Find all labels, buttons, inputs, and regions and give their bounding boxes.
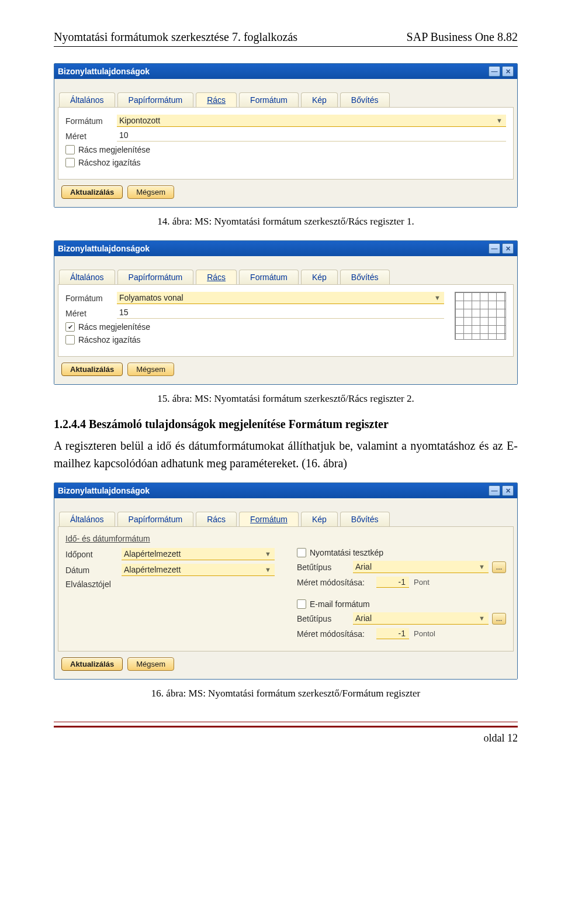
tab-general[interactable]: Általános	[59, 512, 115, 526]
subsection-title: Idő- és dátumformátum	[65, 534, 506, 543]
close-icon[interactable]: ✕	[502, 243, 514, 254]
cancel-button[interactable]: Mégsem	[127, 363, 174, 376]
label-date: Dátum	[65, 566, 122, 575]
label-font: Betűtípus	[297, 563, 353, 572]
tab-general[interactable]: Általános	[59, 92, 115, 107]
tab-format[interactable]: Formátum	[239, 270, 299, 284]
header-right: SAP Business One 8.82	[407, 30, 518, 44]
dialog-title: Bizonylattulajdonságok	[58, 244, 150, 253]
checkbox-show-grid[interactable]: ✔	[65, 322, 75, 332]
font-email-more-button[interactable]: …	[492, 613, 506, 625]
tab-grid[interactable]: Rács	[196, 270, 237, 284]
label-size-mod: Méret módosítása:	[297, 578, 373, 587]
label-size: Méret	[65, 132, 117, 141]
format-dropdown[interactable]: Folyamatos vonal ▼	[117, 292, 444, 304]
label-size: Méret	[65, 309, 117, 318]
chevron-down-icon: ▼	[265, 566, 271, 573]
size-unit: Pont	[414, 578, 430, 587]
font-email-dropdown[interactable]: Arial ▼ …	[353, 612, 506, 625]
format-dropdown[interactable]: Kipontozott ▼	[117, 115, 506, 127]
label-snap-grid: Rácshoz igazítás	[78, 158, 141, 167]
grid-preview	[455, 292, 506, 340]
header-rule	[54, 46, 518, 47]
label-show-grid: Rács megjelenítése	[78, 322, 150, 332]
tab-paper[interactable]: Papírformátum	[117, 512, 194, 526]
dialog-grid-2: Bizonylattulajdonságok — ✕ Általános Pap…	[54, 240, 518, 385]
dialog-grid-1: Bizonylattulajdonságok — ✕ Általános Pap…	[54, 63, 518, 208]
time-dropdown[interactable]: Alapértelmezett ▼	[122, 548, 275, 560]
chevron-down-icon: ▼	[479, 563, 485, 570]
size-input[interactable]: 15	[117, 308, 444, 319]
label-format: Formátum	[65, 294, 117, 303]
size-unit-email: Pontol	[414, 629, 435, 638]
label-size-mod-email: Méret módosítása:	[297, 629, 373, 639]
update-button[interactable]: Aktualizálás	[61, 363, 123, 376]
label-format: Formátum	[65, 116, 117, 126]
update-button[interactable]: Aktualizálás	[61, 185, 123, 199]
label-separator: Elválasztójel	[65, 580, 122, 589]
dialog-format: Bizonylattulajdonságok — ✕ Általános Pap…	[54, 482, 518, 680]
tab-paper[interactable]: Papírformátum	[117, 270, 194, 284]
tab-extend[interactable]: Bővítés	[340, 92, 390, 107]
font-dropdown[interactable]: Arial ▼ …	[353, 561, 506, 573]
tab-general[interactable]: Általános	[59, 270, 115, 284]
cancel-button[interactable]: Mégsem	[127, 185, 174, 199]
tab-extend[interactable]: Bővítés	[340, 512, 390, 526]
header-left: Nyomtatási formátumok szerkesztése 7. fo…	[54, 30, 297, 44]
figure-caption-14: 14. ábra: MS: Nyomtatási formátum szerke…	[54, 216, 518, 227]
size-input[interactable]: 10	[117, 130, 506, 142]
checkbox-testpic[interactable]	[297, 548, 306, 557]
chevron-down-icon: ▼	[434, 294, 441, 301]
label-time: Időpont	[65, 550, 122, 559]
figure-caption-15: 15. ábra: MS: Nyomtatási formátum szerke…	[54, 393, 518, 405]
tab-extend[interactable]: Bővítés	[340, 270, 390, 284]
tab-format[interactable]: Formátum	[239, 92, 299, 107]
section-heading: 1.2.4.4 Beszámoló tulajdonságok megjelen…	[54, 418, 518, 431]
chevron-down-icon: ▼	[496, 117, 503, 124]
tab-paper[interactable]: Papírformátum	[117, 92, 194, 107]
footer-rule-thin	[54, 722, 518, 722]
tab-image[interactable]: Kép	[301, 512, 338, 526]
label-font-email: Betűtípus	[297, 614, 353, 623]
tab-grid[interactable]: Rács	[196, 512, 237, 526]
update-button[interactable]: Aktualizálás	[61, 657, 123, 671]
dialog-title: Bizonylattulajdonságok	[58, 486, 150, 495]
tab-image[interactable]: Kép	[301, 92, 338, 107]
date-dropdown[interactable]: Alapértelmezett ▼	[122, 564, 275, 576]
tab-format[interactable]: Formátum	[239, 512, 299, 526]
minimize-icon[interactable]: —	[489, 66, 500, 77]
chevron-down-icon: ▼	[479, 615, 485, 622]
checkbox-show-grid[interactable]	[65, 145, 75, 154]
close-icon[interactable]: ✕	[502, 66, 514, 77]
checkbox-snap-grid[interactable]	[65, 335, 75, 344]
label-testpic: Nyomtatási tesztkép	[310, 548, 383, 557]
checkbox-snap-grid[interactable]	[65, 158, 75, 167]
size-mod-input[interactable]: -1	[376, 577, 409, 588]
label-emailfmt: E-mail formátum	[310, 599, 370, 609]
label-snap-grid: Rácshoz igazítás	[78, 335, 141, 344]
body-paragraph: A regiszteren belül a idő és dátumformát…	[54, 437, 518, 472]
figure-caption-16: 16. ábra: MS: Nyomtatási formátum szerke…	[54, 688, 518, 699]
dialog-title: Bizonylattulajdonságok	[58, 67, 150, 76]
checkbox-emailfmt[interactable]	[297, 599, 306, 609]
separator-input[interactable]	[122, 583, 275, 585]
chevron-down-icon: ▼	[265, 550, 271, 557]
tab-image[interactable]: Kép	[301, 270, 338, 284]
close-icon[interactable]: ✕	[502, 485, 514, 496]
page-number: oldal 12	[54, 732, 518, 744]
footer-rule-thick	[54, 726, 518, 728]
cancel-button[interactable]: Mégsem	[127, 657, 174, 671]
font-more-button[interactable]: …	[492, 561, 506, 573]
label-show-grid: Rács megjelenítése	[78, 145, 150, 154]
minimize-icon[interactable]: —	[489, 485, 500, 496]
size-mod-email-input[interactable]: -1	[376, 628, 409, 639]
minimize-icon[interactable]: —	[489, 243, 500, 254]
tab-grid[interactable]: Rács	[196, 92, 237, 107]
